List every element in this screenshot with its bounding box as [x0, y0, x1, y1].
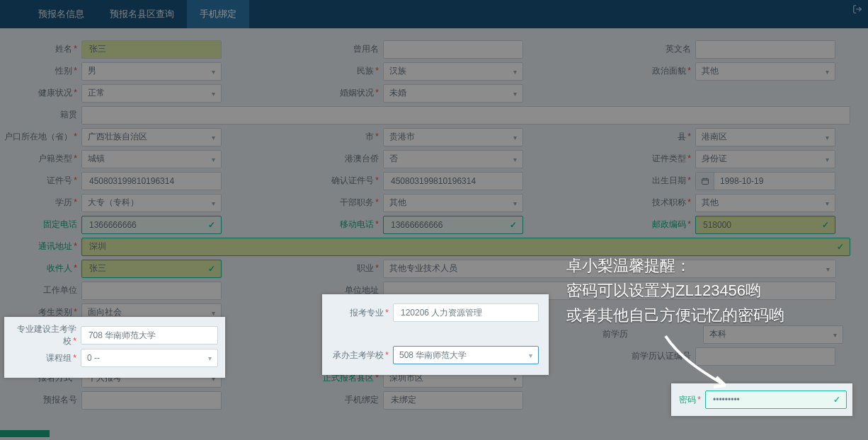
phonebind-input[interactable]: [383, 391, 523, 410]
receiver-input[interactable]: ✓: [81, 260, 222, 278]
hostschool-select[interactable]: 508 华南师范大学▾: [393, 346, 539, 364]
label-coursegroup: 课程组*: [46, 352, 76, 364]
chevron-down-icon: ▾: [833, 330, 837, 338]
county-select[interactable]: 港南区▾: [695, 128, 835, 146]
chevron-down-icon: ▾: [513, 133, 517, 141]
ganbu-select[interactable]: 其他▾: [383, 194, 523, 212]
city-select[interactable]: 贵港市▾: [383, 128, 523, 146]
label-techtitle: 技术职称*: [652, 197, 691, 209]
label-county: 县*: [678, 131, 691, 143]
check-icon: ✓: [837, 242, 844, 252]
chevron-down-icon: ▾: [513, 67, 517, 75]
chevron-down-icon: ▾: [826, 199, 829, 207]
label-zip: 邮政编码*: [652, 219, 691, 231]
tab-county-query[interactable]: 预报名县区查询: [97, 0, 187, 28]
usedname-input[interactable]: [383, 40, 523, 59]
chevron-down-icon: ▾: [529, 352, 532, 359]
chevron-down-icon: ▾: [212, 67, 215, 75]
label-province: 户口所在地（省）*: [4, 131, 77, 143]
label-gat: 港澳台侨: [345, 153, 379, 165]
chevron-down-icon: ▾: [826, 155, 829, 163]
politics-select[interactable]: 其他▾: [695, 62, 835, 81]
label-preapplyno: 预报名号: [43, 394, 77, 406]
idtype-select[interactable]: 身份证▾: [695, 150, 835, 168]
marriage-select[interactable]: 未婚▾: [383, 84, 523, 103]
preapplyno-input[interactable]: [81, 391, 222, 410]
label-huji: 户籍类型*: [38, 153, 77, 165]
tab-phone-bind[interactable]: 手机绑定: [187, 0, 249, 28]
chevron-down-icon: ▾: [212, 308, 215, 316]
label-receiver: 收件人*: [47, 262, 77, 274]
label-mobile: 移动电话*: [340, 219, 379, 231]
label-city: 市*: [365, 131, 379, 143]
label-birth: 出生日期*: [652, 175, 691, 187]
techtitle-select[interactable]: 其他▾: [695, 194, 835, 212]
top-tabs: 预报名信息 预报名县区查询 手机绑定: [0, 0, 868, 28]
check-icon: ✓: [822, 220, 829, 230]
chevron-down-icon: ▾: [212, 155, 215, 163]
svg-rect-1: [702, 178, 708, 184]
label-edu: 学历*: [55, 197, 77, 209]
huji-select[interactable]: 城镇▾: [81, 150, 222, 168]
idno2-input[interactable]: [383, 172, 523, 190]
workunit-input[interactable]: [81, 282, 222, 300]
name-input[interactable]: [81, 40, 222, 59]
label-name: 姓名*: [55, 43, 77, 55]
tutorial-tip: 卓小梨温馨提醒： 密码可以设置为ZL123456哟 或者其他自己方便记忆的密码哟: [566, 253, 857, 328]
label-addr: 通讯地址*: [38, 241, 77, 253]
check-icon: ✓: [510, 220, 517, 230]
chevron-down-icon: ▾: [212, 133, 215, 141]
tab-prereg-info[interactable]: 预报名信息: [25, 0, 97, 28]
label-idno: 证件号*: [47, 175, 77, 187]
majorschool-input[interactable]: [81, 326, 218, 345]
native-input[interactable]: [81, 106, 850, 125]
label-idtype: 证件类型*: [652, 153, 691, 165]
chevron-down-icon: ▾: [826, 67, 829, 75]
label-major: 报考专业*: [350, 307, 389, 319]
gat-select[interactable]: 否▾: [383, 150, 523, 168]
chevron-down-icon: ▾: [513, 89, 517, 97]
label-marriage: 婚姻状况*: [340, 87, 379, 99]
edu-select[interactable]: 大专（专科）▾: [81, 194, 222, 212]
coursegroup-select[interactable]: 0 --▾: [81, 349, 218, 367]
check-icon: ✓: [208, 264, 215, 274]
label-gender: 性别*: [55, 65, 77, 77]
label-tel: 固定电话: [43, 219, 77, 231]
label-native: 籍贯: [60, 109, 77, 121]
health-select[interactable]: 正常▾: [81, 84, 222, 103]
mobile-input[interactable]: ✓: [383, 216, 523, 234]
chevron-down-icon: ▾: [208, 354, 212, 362]
check-icon: ✓: [208, 220, 215, 230]
label-politics: 政治面貌*: [652, 65, 691, 77]
chevron-down-icon: ▾: [513, 199, 517, 207]
arrow-icon: [658, 329, 743, 402]
label-usedname: 曾用名: [353, 43, 379, 55]
tel-input[interactable]: ✓: [81, 216, 222, 234]
birth-input[interactable]: [695, 172, 835, 190]
label-phonebind: 手机绑定: [345, 394, 379, 406]
zip-input[interactable]: ✓: [695, 216, 835, 234]
label-job: 职业*: [357, 262, 379, 274]
label-nation: 民族*: [357, 65, 379, 77]
label-workunit: 工作单位: [43, 284, 77, 296]
chevron-down-icon: ▾: [826, 133, 829, 141]
label-health: 健康状况*: [38, 87, 77, 99]
chevron-down-icon: ▾: [513, 374, 517, 382]
label-majorschool: 专业建设主考学校*: [11, 323, 76, 347]
chevron-down-icon: ▾: [212, 89, 215, 97]
logout-icon[interactable]: [852, 4, 862, 16]
chevron-down-icon: ▾: [513, 155, 517, 163]
nation-select[interactable]: 汉族▾: [383, 62, 523, 81]
idno-input[interactable]: [81, 172, 222, 190]
enname-input[interactable]: [695, 40, 835, 59]
major-input[interactable]: [393, 303, 539, 322]
label-enname: 英文名: [666, 43, 691, 55]
gender-select[interactable]: 男▾: [81, 62, 222, 81]
province-select[interactable]: 广西壮族自治区▾: [81, 128, 222, 146]
bottom-accent-bar: [0, 430, 50, 437]
calendar-icon: [696, 173, 714, 190]
check-icon: ✓: [833, 395, 840, 405]
label-ganbu: 干部职务*: [340, 197, 379, 209]
label-bachelor: 前学历: [603, 328, 628, 340]
label-hostschool: 承办主考学校*: [333, 349, 389, 361]
